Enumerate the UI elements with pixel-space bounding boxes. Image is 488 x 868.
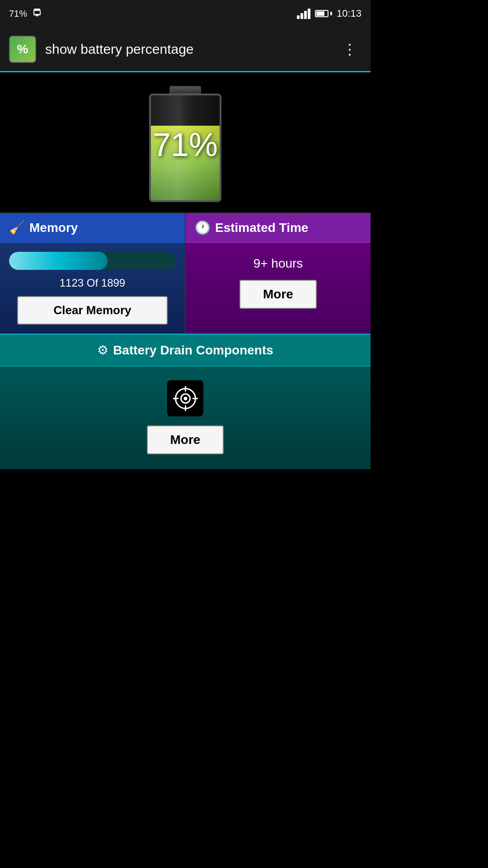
time-content: 9+ hours More: [186, 243, 371, 318]
app-title: show battery percentage: [45, 42, 329, 57]
bottom-area: [0, 469, 371, 740]
status-left: 71%: [9, 8, 42, 19]
clock-icon: 🕐: [195, 220, 211, 235]
svg-point-5: [183, 396, 187, 400]
app-bar: % show battery percentage ⋮: [0, 27, 371, 72]
battery-cap: [169, 86, 201, 94]
time-header-label: Estimated Time: [215, 221, 308, 235]
gps-target-icon: [167, 380, 203, 416]
time-value: 9+ hours: [253, 256, 303, 271]
signal-bars-icon: [297, 9, 310, 19]
more-button-drain[interactable]: More: [147, 425, 224, 454]
download-icon: [32, 8, 42, 19]
battery-icon: [315, 10, 332, 17]
battery-percent-status: 71%: [9, 9, 27, 19]
time-panel: 🕐 Estimated Time 9+ hours More: [186, 213, 371, 334]
gear-icon: ⚙: [97, 343, 108, 358]
status-bar: 71% 10:13: [0, 0, 371, 27]
app-icon: %: [9, 36, 36, 63]
memory-stats: 1123 Of 1899: [60, 277, 125, 289]
two-col-section: 🧹 Memory 1123 Of 1899 Clear Memory 🕐 Est…: [0, 212, 371, 334]
drain-content: More: [0, 367, 371, 469]
battery-section: 71%: [0, 72, 371, 212]
brush-icon: 🧹: [9, 220, 25, 235]
drain-section: ⚙ Battery Drain Components More: [0, 334, 371, 469]
drain-header: ⚙ Battery Drain Components: [0, 335, 371, 367]
drain-header-label: Battery Drain Components: [113, 343, 273, 358]
memory-header-label: Memory: [29, 221, 78, 235]
memory-progress-fill: [9, 252, 108, 270]
memory-content: 1123 Of 1899 Clear Memory: [0, 243, 185, 334]
clock-time: 10:13: [337, 8, 361, 19]
overflow-menu-icon[interactable]: ⋮: [338, 36, 361, 62]
memory-header: 🧹 Memory: [0, 213, 185, 243]
battery-visual: 71%: [140, 86, 230, 203]
svg-rect-0: [34, 9, 40, 10]
more-button-time[interactable]: More: [239, 280, 317, 309]
clear-memory-button[interactable]: Clear Memory: [17, 296, 167, 325]
time-header: 🕐 Estimated Time: [186, 213, 371, 243]
status-right: 10:13: [297, 8, 361, 19]
battery-percentage-display: 71%: [153, 126, 218, 163]
memory-progress-bar: [9, 252, 176, 270]
memory-panel: 🧹 Memory 1123 Of 1899 Clear Memory: [0, 213, 186, 334]
target-svg: [173, 386, 198, 411]
